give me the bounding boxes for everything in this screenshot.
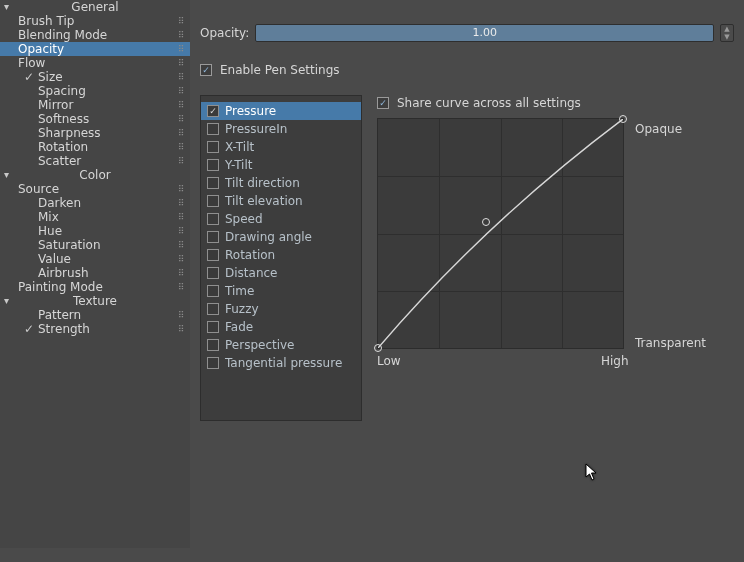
sidebar-item-size[interactable]: ✓Size⠿ — [0, 70, 190, 84]
sensor-item-fade[interactable]: Fade — [201, 318, 361, 336]
opacity-slider[interactable]: 1.00 — [255, 24, 714, 42]
sidebar-item-label: Blending Mode — [18, 28, 107, 42]
sidebar-item-mix[interactable]: Mix⠿ — [0, 210, 190, 224]
sidebar-item-hue[interactable]: Hue⠿ — [0, 224, 190, 238]
sidebar-item-source[interactable]: Source⠿ — [0, 182, 190, 196]
sensor-item-time[interactable]: Time — [201, 282, 361, 300]
sidebar-item-flow[interactable]: Flow⠿ — [0, 56, 190, 70]
sidebar-item-painting-mode[interactable]: Painting Mode ⠿ — [0, 280, 190, 294]
lock-icon: ⠿ — [178, 252, 186, 266]
sensor-item-label: X-Tilt — [225, 140, 254, 154]
checkbox-icon[interactable] — [207, 159, 219, 171]
lock-icon: ⠿ — [178, 56, 186, 70]
share-curve-checkbox[interactable]: ✓ Share curve across all settings — [377, 96, 581, 110]
sidebar-item-value[interactable]: Value⠿ — [0, 252, 190, 266]
sidebar-item-label: Sharpness — [38, 126, 101, 140]
sidebar-item-label: Darken — [38, 196, 81, 210]
checkbox-icon[interactable] — [207, 231, 219, 243]
sidebar-item-strength[interactable]: ✓Strength⠿ — [0, 322, 190, 336]
sidebar-item-pattern[interactable]: Pattern⠿ — [0, 308, 190, 322]
curve-yaxis-top-label: Opaque — [635, 122, 682, 136]
sidebar-item-opacity[interactable]: Opacity⠿ — [0, 42, 190, 56]
sidebar-item-brush-tip[interactable]: Brush Tip⠿ — [0, 14, 190, 28]
curve-editor[interactable] — [377, 118, 624, 349]
sidebar-item-spacing[interactable]: Spacing⠿ — [0, 84, 190, 98]
sensor-item-label: Drawing angle — [225, 230, 312, 244]
sidebar-item-saturation[interactable]: Saturation⠿ — [0, 238, 190, 252]
spin-down-icon[interactable]: ▼ — [721, 33, 733, 41]
sensor-item-label: Y-Tilt — [225, 158, 252, 172]
checkbox-icon[interactable] — [207, 339, 219, 351]
sensor-item-y-tilt[interactable]: Y-Tilt — [201, 156, 361, 174]
curve-yaxis-bottom-label: Transparent — [635, 336, 706, 350]
lock-icon: ⠿ — [178, 196, 186, 210]
lock-icon: ⠿ — [178, 224, 186, 238]
sensor-item-tangential-pressure[interactable]: Tangential pressure — [201, 354, 361, 372]
sidebar-category-general[interactable]: General — [0, 0, 190, 14]
lock-icon: ⠿ — [178, 126, 186, 140]
sidebar-item-label: Mirror — [38, 98, 73, 112]
enable-pen-settings-checkbox[interactable]: ✓ Enable Pen Settings — [200, 63, 340, 77]
sensor-item-rotation[interactable]: Rotation — [201, 246, 361, 264]
sidebar-item-label: Opacity — [18, 42, 64, 56]
checkbox-icon[interactable]: ✓ — [207, 105, 219, 117]
sidebar-item-label: Pattern — [38, 308, 81, 322]
checkbox-icon[interactable] — [207, 285, 219, 297]
curve-handle-2[interactable] — [619, 115, 627, 123]
checkbox-icon[interactable] — [207, 123, 219, 135]
sensor-item-pressurein[interactable]: PressureIn — [201, 120, 361, 138]
check-icon: ✓ — [24, 70, 38, 84]
lock-icon: ⠿ — [178, 42, 186, 56]
sidebar-item-mirror[interactable]: Mirror⠿ — [0, 98, 190, 112]
sensor-item-distance[interactable]: Distance — [201, 264, 361, 282]
checkbox-label: Enable Pen Settings — [220, 63, 340, 77]
curve-handle-1[interactable] — [482, 218, 490, 226]
sensor-item-label: Speed — [225, 212, 263, 226]
sidebar-item-blending-mode[interactable]: Blending Mode⠿ — [0, 28, 190, 42]
checkbox-icon[interactable] — [207, 303, 219, 315]
checkbox-icon[interactable] — [207, 195, 219, 207]
sidebar-item-darken[interactable]: Darken⠿ — [0, 196, 190, 210]
curve-handle-0[interactable] — [374, 344, 382, 352]
sidebar-item-softness[interactable]: Softness⠿ — [0, 112, 190, 126]
sidebar-category-texture[interactable]: Texture — [0, 294, 190, 308]
sensor-item-label: Fade — [225, 320, 253, 334]
sidebar-item-rotation[interactable]: Rotation⠿ — [0, 140, 190, 154]
curve-xaxis-left-label: Low — [377, 354, 401, 368]
sidebar-item-label: Spacing — [38, 84, 86, 98]
sensor-item-tilt-elevation[interactable]: Tilt elevation — [201, 192, 361, 210]
lock-icon: ⠿ — [178, 182, 186, 196]
sidebar-item-sharpness[interactable]: Sharpness⠿ — [0, 126, 190, 140]
sensor-item-label: Fuzzy — [225, 302, 259, 316]
sidebar-item-scatter[interactable]: Scatter⠿ — [0, 154, 190, 168]
spin-up-icon[interactable]: ▲ — [721, 25, 733, 33]
sensor-item-perspective[interactable]: Perspective — [201, 336, 361, 354]
sensor-item-speed[interactable]: Speed — [201, 210, 361, 228]
checkbox-icon[interactable] — [207, 357, 219, 369]
lock-icon: ⠿ — [178, 322, 186, 336]
sensor-item-x-tilt[interactable]: X-Tilt — [201, 138, 361, 156]
sidebar-item-label: Flow — [18, 56, 45, 70]
checkbox-icon[interactable] — [207, 267, 219, 279]
sensor-item-drawing-angle[interactable]: Drawing angle — [201, 228, 361, 246]
sidebar-category-color[interactable]: Color — [0, 168, 190, 182]
sensor-item-fuzzy[interactable]: Fuzzy — [201, 300, 361, 318]
sensor-item-tilt-direction[interactable]: Tilt direction — [201, 174, 361, 192]
lock-icon: ⠿ — [178, 112, 186, 126]
sidebar-item-label: Rotation — [38, 140, 88, 154]
checkbox-icon[interactable] — [207, 177, 219, 189]
checkbox-icon[interactable] — [207, 213, 219, 225]
sidebar-item-label: Size — [38, 70, 63, 84]
sidebar-item-label: Strength — [38, 322, 90, 336]
sidebar-item-airbrush[interactable]: Airbrush⠿ — [0, 266, 190, 280]
checkbox-icon: ✓ — [200, 64, 212, 76]
sidebar-item-label: Scatter — [38, 154, 81, 168]
sidebar-item-label: Softness — [38, 112, 89, 126]
opacity-spinbox[interactable]: ▲ ▼ — [720, 24, 734, 42]
curve-xaxis-right-label: High — [601, 354, 629, 368]
checkbox-icon[interactable] — [207, 249, 219, 261]
sensor-item-pressure[interactable]: ✓Pressure — [201, 102, 361, 120]
checkbox-icon[interactable] — [207, 141, 219, 153]
sidebar-item-label: Airbrush — [38, 266, 89, 280]
checkbox-icon[interactable] — [207, 321, 219, 333]
